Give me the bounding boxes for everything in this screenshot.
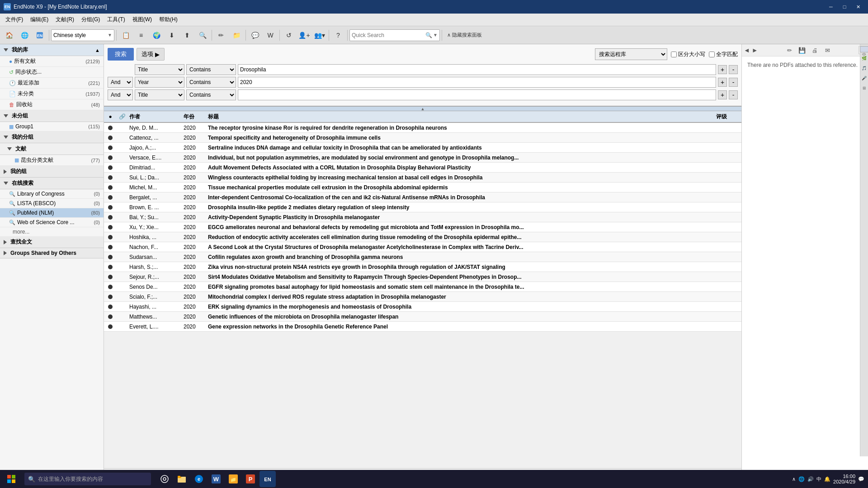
online-search-header[interactable]: 在线搜索 (0, 178, 104, 189)
menu-help[interactable]: 帮助(H) (156, 14, 181, 25)
case-sensitive-label[interactable]: 区分大小写 (671, 51, 705, 58)
header-author[interactable]: 作者 (127, 113, 182, 121)
file-manager-btn[interactable]: 📁 (225, 471, 241, 487)
search-button[interactable]: 搜索 (108, 48, 134, 61)
header-title[interactable]: 标题 (206, 113, 714, 121)
format-btn[interactable]: ≡ (134, 28, 148, 42)
full-match-checkbox[interactable] (709, 52, 715, 57)
table-row[interactable]: Nachon, F... 2020 A Second Look at the C… (104, 242, 741, 252)
right-side-btn-5[interactable]: ⊞ (862, 84, 867, 92)
edit-ref-btn[interactable]: ✏ (214, 28, 228, 42)
field-select-3[interactable]: Title Year (135, 89, 184, 100)
table-row[interactable]: Harsh, S.;... 2020 Zika virus non-struct… (104, 262, 741, 272)
table-row[interactable]: Everett, L.... 2020 Gene expression netw… (104, 322, 741, 332)
groups-shared-header[interactable]: Groups Shared by Others (0, 248, 104, 258)
my-library-collapse-btn[interactable]: ▲ (95, 47, 100, 53)
menu-view[interactable]: 视图(W) (129, 14, 156, 25)
header-attach[interactable]: 🔗 (117, 113, 127, 120)
endnote-taskbar-btn[interactable]: EN (259, 471, 276, 487)
case-sensitive-checkbox[interactable] (671, 52, 677, 57)
search-value-3[interactable] (238, 89, 716, 100)
sidebar-insect-literature[interactable]: ▦ 昆虫分类文献 (77) (0, 155, 104, 166)
edit-ref-icon-btn[interactable]: ✏ (784, 45, 795, 55)
condition-select-3[interactable]: Contains (186, 89, 236, 100)
table-row[interactable]: Nye, D. M... 2020 The receptor tyrosine … (104, 123, 741, 133)
sidebar-group1[interactable]: ▦ Group1 (115) (0, 122, 104, 131)
open-file-btn[interactable]: 📁 (229, 28, 244, 42)
menu-file[interactable]: 文件(F) (2, 14, 27, 25)
sidebar-sync-status[interactable]: ↺ 同步状态... (0, 67, 104, 78)
header-year[interactable]: 年份 (182, 113, 206, 121)
full-match-label[interactable]: 全字匹配 (709, 51, 738, 58)
table-row[interactable]: Sui, L.; Da... 2020 Wingless counteracts… (104, 173, 741, 183)
my-groups-header[interactable]: 我的分组 (0, 131, 104, 143)
tray-notification-icon[interactable]: 🔔 (824, 476, 830, 482)
sidebar-recent-added[interactable]: 🕐 最近添加 (221) (0, 78, 104, 89)
table-row[interactable]: Dimitriad... 2020 Adult Movement Defects… (104, 163, 741, 173)
powerpoint-btn[interactable]: P (242, 471, 259, 487)
right-side-btn-1[interactable]: 中 (860, 46, 868, 52)
header-mark[interactable]: ● (104, 113, 117, 120)
my-library-header[interactable]: 我的库 ▲ (0, 44, 104, 56)
word-app-btn[interactable]: W (208, 471, 224, 487)
field-select-1[interactable]: Title (135, 64, 184, 75)
sync2-btn[interactable]: ↺ (282, 28, 296, 42)
hide-panel-btn[interactable]: ∧ 隐藏搜索面板 (444, 28, 485, 42)
cite-btn[interactable]: 💬 (248, 28, 262, 42)
web-btn[interactable]: 🌍 (149, 28, 164, 42)
logic-select-3[interactable]: And Or Not (108, 89, 133, 100)
share-btn[interactable]: 👥▾ (312, 28, 327, 42)
import-btn[interactable]: ⬆ (180, 28, 194, 42)
maximize-button[interactable]: □ (838, 2, 851, 11)
word-btn[interactable]: W (263, 28, 278, 42)
menu-groups[interactable]: 分组(G) (78, 14, 104, 25)
remote-search-select[interactable]: 搜索远程库 (595, 48, 667, 60)
remove-row-1-btn[interactable]: - (729, 65, 738, 74)
next-ref-btn[interactable]: ► (752, 47, 758, 54)
table-row[interactable]: Sejour, R.;... 2020 Sirt4 Modulates Oxid… (104, 272, 741, 282)
right-side-btn-2[interactable]: 🌿 (861, 54, 868, 62)
condition-select-2[interactable]: Contains (186, 77, 236, 88)
sidebar-trash[interactable]: 🗑 回收站 (48) (0, 99, 104, 110)
new-library-btn[interactable]: 🏠 (2, 28, 16, 42)
add-row-2-btn[interactable]: + (718, 78, 727, 87)
add-row-3-btn[interactable]: + (718, 90, 727, 99)
print-ref-icon-btn[interactable]: 🖨 (809, 45, 820, 55)
options-button[interactable]: 选项 ▶ (137, 48, 165, 61)
sidebar-wos[interactable]: 🔍 Web of Science Core ... (0) (0, 218, 104, 227)
table-row[interactable]: Cattenoz, ... 2020 Temporal specificity … (104, 133, 741, 143)
minimize-button[interactable]: ─ (825, 2, 837, 11)
sidebar-more[interactable]: more... (0, 227, 104, 236)
copy-btn[interactable]: 📋 (118, 28, 133, 42)
header-rating[interactable]: 评级 (714, 113, 741, 121)
save-ref-icon-btn[interactable]: 💾 (797, 45, 807, 55)
quick-search-input[interactable] (352, 32, 425, 38)
remove-row-3-btn[interactable]: - (729, 90, 738, 99)
online-search-btn[interactable]: 🌐 (17, 28, 32, 42)
find-fulltext-btn[interactable]: 🔍 (195, 28, 210, 42)
search-dropdown-arrow[interactable]: ▼ (433, 33, 438, 38)
table-row[interactable]: Senos De... 2020 EGFR signaling promotes… (104, 282, 741, 292)
table-row[interactable]: Michel, M... 2020 Tissue mechanical prop… (104, 183, 741, 192)
table-row[interactable]: Versace, E.... 2020 Individual, but not … (104, 153, 741, 163)
table-row[interactable]: Hayashi, ... 2020 ERK signaling dynamics… (104, 302, 741, 312)
taskbar-search-bar[interactable]: 🔍 (24, 473, 151, 485)
search-value-1[interactable] (238, 64, 716, 75)
logic-select-2[interactable]: And Or Not (108, 77, 133, 88)
sidebar-uncategorized[interactable]: 📄 未分类 (1937) (0, 89, 104, 99)
table-row[interactable]: Scialo, F.;... 2020 Mitochondrial comple… (104, 292, 741, 302)
literature-header[interactable]: 文献 (0, 143, 104, 155)
sidebar-all-references[interactable]: ● 所有文献 (2129) (0, 56, 104, 67)
quick-search-box[interactable]: 🔍 ▼ (349, 29, 440, 41)
sidebar-lista-ebsco[interactable]: 🔍 LISTA (EBSCO) (0) (0, 199, 104, 208)
table-row[interactable]: Bai, Y.; Su... 2020 Activity-Dependent S… (104, 212, 741, 222)
start-button[interactable] (0, 470, 23, 488)
table-row[interactable]: Bergalet, ... 2020 Inter-dependent Centr… (104, 192, 741, 202)
menu-edit[interactable]: 编辑(E) (27, 14, 52, 25)
table-row[interactable]: Sudarsan... 2020 Cofilin regulates axon … (104, 252, 741, 262)
remove-row-2-btn[interactable]: - (729, 78, 738, 87)
table-row[interactable]: Jajoo, A.;... 2020 Sertraline induces DN… (104, 143, 741, 153)
right-side-btn-3[interactable]: 🎵 (861, 64, 868, 72)
taskbar-search-input[interactable] (38, 476, 147, 482)
search-value-2[interactable] (238, 77, 716, 88)
